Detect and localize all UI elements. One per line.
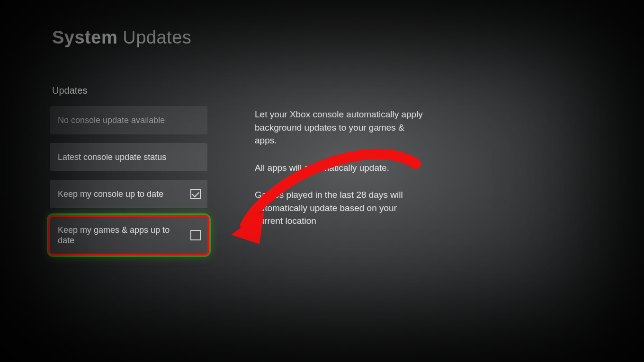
description-panel: Let your Xbox console automatically appl… [255,108,425,228]
option-label: Keep my console up to date [58,189,200,200]
page-title: System Updates [52,27,191,48]
description-paragraph: Games played in the last 28 days will au… [255,188,425,228]
option-no-console-update: No console update available [50,106,207,134]
description-paragraph: All apps will automatically update. [255,161,425,175]
option-label: No console update available [58,115,200,126]
option-latest-status[interactable]: Latest console update status [50,143,207,171]
settings-screen: System Updates Updates No console update… [23,5,639,357]
title-bold: System [52,27,117,47]
option-keep-games-apps-up-to-date[interactable]: Keep my games & apps up to date [50,217,207,254]
option-label: Latest console update status [58,152,200,163]
option-keep-console-up-to-date[interactable]: Keep my console up to date [50,180,207,208]
option-list: No console update available Latest conso… [50,106,207,254]
description-paragraph: Let your Xbox console automatically appl… [255,108,425,147]
section-label-updates: Updates [52,85,88,96]
checkbox-keep-console[interactable] [190,189,201,199]
checkbox-keep-games[interactable] [190,230,201,240]
option-label: Keep my games & apps up to date [58,225,200,246]
title-light: Updates [123,27,191,47]
